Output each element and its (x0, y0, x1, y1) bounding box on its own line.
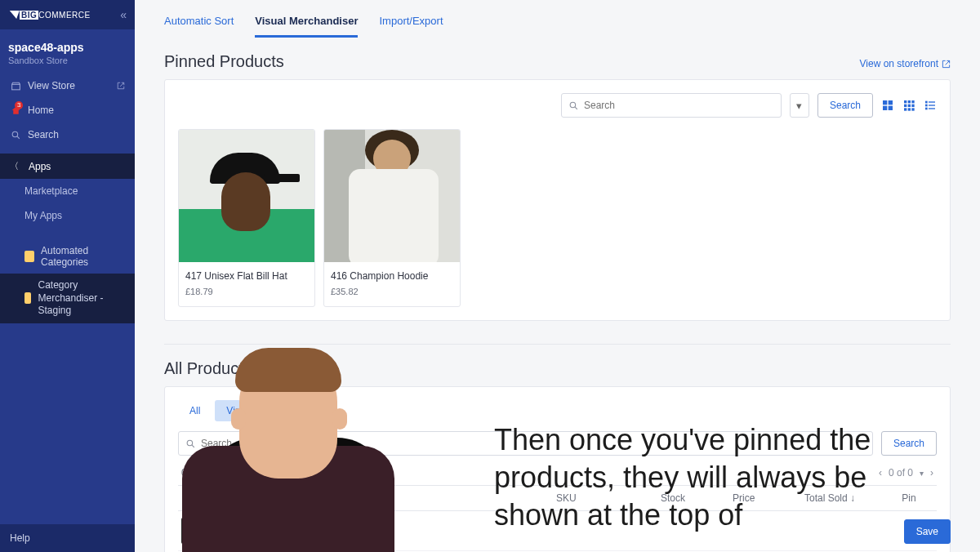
svg-rect-9 (911, 100, 914, 103)
main-content: Automatic Sort Visual Merchandiser Impor… (135, 0, 980, 552)
product-title: 417 Unisex Flat Bill Hat (185, 270, 308, 282)
pinned-card: ▾ Search 417 Unise (164, 79, 951, 321)
nav-search-label: Search (28, 129, 59, 140)
pinned-title: Pinned Products (164, 52, 284, 71)
external-link-icon (117, 82, 125, 90)
product-title: 416 Champion Hoodie (331, 270, 453, 282)
pinned-products-section: Pinned Products View on storefront ▾ Sea… (135, 38, 980, 321)
storefront-icon (10, 81, 21, 91)
svg-rect-15 (911, 108, 914, 110)
app-automated-categories[interactable]: Automated Categories (0, 239, 135, 274)
nav-view-store[interactable]: View Store (0, 73, 135, 98)
pinned-search-input[interactable] (584, 100, 774, 111)
store-block: space48-apps Sandbox Store (0, 29, 135, 73)
svg-rect-7 (904, 100, 906, 103)
all-products-card: All Visible Search 0 Products ‹ 0 of 0 (164, 386, 951, 552)
svg-point-22 (187, 440, 193, 446)
svg-rect-13 (904, 108, 906, 110)
col-price[interactable]: Price (733, 492, 798, 504)
pinned-product-grid: 417 Unisex Flat Bill Hat £18.79 416 Cham… (178, 129, 937, 307)
app-category-merchandiser[interactable]: Category Merchandiser - Staging (0, 274, 135, 323)
pager-text: 0 of 0 (889, 467, 913, 479)
list-icon[interactable] (924, 99, 937, 112)
brand-text: BIGCOMMERCE (20, 11, 91, 20)
svg-rect-6 (889, 106, 893, 110)
tab-automatic-sort[interactable]: Automatic Sort (164, 10, 234, 37)
pinned-search-box[interactable] (561, 93, 782, 118)
tab-import-export[interactable]: Import/Export (379, 10, 443, 37)
chevron-left-icon: 〈 (10, 160, 19, 172)
svg-rect-8 (908, 100, 911, 103)
nav-apps-section[interactable]: 〈 Apps (0, 154, 135, 179)
all-search-input[interactable] (201, 438, 866, 449)
collapse-sidebar-icon[interactable]: « (120, 8, 127, 21)
pager-next[interactable]: › (930, 467, 933, 479)
svg-rect-20 (925, 108, 928, 110)
table-header: Name SKU Stock Price Total Sold ↓ Pin (178, 485, 937, 511)
product-price: £35.82 (331, 287, 453, 296)
store-subtitle: Sandbox Store (8, 56, 127, 65)
svg-point-1 (12, 131, 18, 137)
all-products-section: All Products All Visible Search 0 Produc… (135, 345, 980, 552)
col-total-sold[interactable]: Total Sold ↓ (804, 492, 878, 504)
pager-prev[interactable]: ‹ (879, 467, 882, 479)
svg-rect-3 (883, 100, 887, 105)
sidebar: BIGCOMMERCE « space48-apps Sandbox Store… (0, 0, 135, 552)
svg-rect-19 (929, 105, 935, 105)
svg-rect-16 (925, 101, 928, 104)
col-pin[interactable]: Pin (884, 492, 933, 504)
svg-rect-5 (883, 106, 887, 110)
view-storefront-link[interactable]: View on storefront (860, 58, 951, 69)
svg-rect-17 (929, 101, 935, 102)
filter-tab-visible[interactable]: Visible (215, 400, 266, 421)
all-search-box[interactable] (178, 431, 873, 456)
all-search-button[interactable]: Search (881, 431, 937, 456)
nav-marketplace[interactable]: Marketplace (0, 179, 135, 203)
brand-logo: BIGCOMMERCE (8, 11, 91, 20)
grid-small-icon[interactable] (902, 99, 915, 112)
save-button[interactable]: Save (904, 519, 951, 544)
col-stock[interactable]: Stock (661, 492, 726, 504)
sort-desc-icon: ↓ (850, 492, 855, 504)
col-name[interactable]: Name (220, 492, 550, 504)
tab-visual-merchandiser[interactable]: Visual Merchandiser (255, 10, 358, 38)
product-image (179, 130, 314, 262)
filter-tabs: All Visible (178, 400, 937, 421)
external-link-icon (942, 60, 951, 69)
table-row[interactable]: 419 Black mu (178, 511, 937, 551)
pinned-search-dropdown[interactable]: ▾ (790, 93, 809, 118)
svg-rect-14 (908, 108, 911, 110)
svg-rect-11 (908, 105, 911, 107)
pager: ‹ 0 of 0 ▾ › (879, 467, 933, 479)
svg-rect-4 (889, 100, 893, 105)
app-chip-icon (24, 292, 31, 304)
grid-large-icon[interactable] (881, 99, 894, 112)
search-icon (10, 130, 21, 140)
svg-rect-21 (929, 108, 935, 109)
nav-home-label: Home (28, 105, 54, 116)
col-sku[interactable]: SKU (556, 492, 654, 504)
nav-search[interactable]: Search (0, 122, 135, 147)
product-image (324, 130, 460, 262)
home-badge: 3 (15, 101, 23, 109)
app-chip-icon (24, 251, 34, 262)
product-card[interactable]: 417 Unisex Flat Bill Hat £18.79 (178, 129, 315, 307)
svg-rect-18 (925, 105, 928, 107)
logo-mark-icon (7, 11, 20, 19)
nav-my-apps[interactable]: My Apps (0, 203, 135, 228)
view-mode-icons (881, 99, 937, 112)
nav-apps-label: Apps (29, 161, 51, 172)
nav-help[interactable]: Help (0, 524, 135, 552)
filter-tab-all[interactable]: All (178, 400, 212, 421)
all-products-title: All Products (164, 359, 252, 378)
store-name: space48-apps (8, 41, 127, 54)
pinned-search-button[interactable]: Search (817, 93, 873, 118)
product-price: £18.79 (185, 287, 308, 296)
sidebar-topbar: BIGCOMMERCE « (0, 0, 135, 29)
svg-point-2 (570, 102, 576, 108)
svg-rect-12 (911, 105, 914, 107)
pager-dropdown[interactable]: ▾ (920, 469, 924, 478)
row-name: 419 Black mu (220, 525, 550, 536)
nav-home[interactable]: 3 Home (0, 98, 135, 122)
product-card[interactable]: 416 Champion Hoodie £35.82 (323, 129, 461, 307)
